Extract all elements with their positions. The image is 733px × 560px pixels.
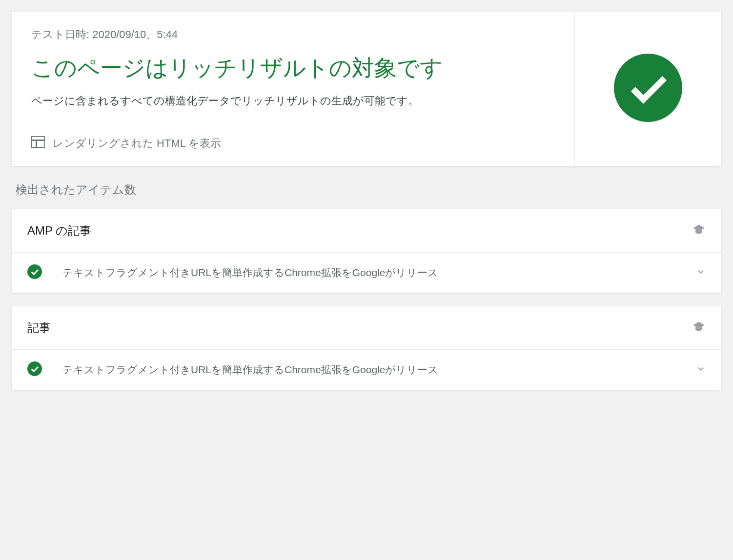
svg-point-4 — [27, 264, 42, 279]
item-header: 記事 — [12, 306, 721, 350]
item-row-text: テキストフラグメント付きURLを簡単作成するChrome拡張をGoogleがリリ… — [54, 266, 684, 280]
item-row[interactable]: テキストフラグメント付きURLを簡単作成するChrome拡張をGoogleがリリ… — [12, 350, 721, 390]
result-card: テスト日時: 2020/09/10、5:44 このページはリッチリザルトの対象で… — [12, 12, 721, 166]
view-rendered-html-link[interactable]: レンダリングされた HTML を表示 — [31, 136, 555, 151]
success-check-icon — [27, 264, 42, 281]
success-check-icon — [27, 361, 42, 378]
result-summary: テスト日時: 2020/09/10、5:44 このページはリッチリザルトの対象で… — [12, 12, 575, 166]
item-title: AMP の記事 — [27, 223, 91, 239]
result-description: ページに含まれるすべての構造化データでリッチリザルトの生成が可能です。 — [31, 93, 555, 109]
svg-point-5 — [27, 361, 42, 376]
detected-items-header: 検出されたアイテム数 — [12, 182, 721, 209]
graduation-cap-icon[interactable] — [692, 320, 706, 336]
item-row-text: テキストフラグメント付きURLを簡単作成するChrome拡張をGoogleがリリ… — [54, 363, 684, 377]
item-title: 記事 — [27, 320, 51, 336]
test-timestamp: テスト日時: 2020/09/10、5:44 — [31, 27, 555, 42]
detected-item-card: 記事 テキストフラグメント付きURLを簡単作成するChrome拡張をGoogle… — [12, 306, 721, 390]
browser-window-icon — [31, 136, 45, 151]
result-status-icon-area — [575, 12, 721, 166]
item-row[interactable]: テキストフラグメント付きURLを簡単作成するChrome拡張をGoogleがリリ… — [12, 253, 721, 293]
item-header: AMP の記事 — [12, 209, 721, 253]
svg-rect-0 — [31, 136, 45, 147]
detected-item-card: AMP の記事 テキストフラグメント付きURLを簡単作成するChrome拡張をG… — [12, 209, 721, 293]
success-check-icon — [614, 54, 682, 124]
view-rendered-html-label: レンダリングされた HTML を表示 — [53, 136, 221, 151]
graduation-cap-icon[interactable] — [692, 223, 706, 239]
svg-point-3 — [614, 54, 682, 122]
chevron-down-icon — [696, 267, 706, 279]
chevron-down-icon — [696, 364, 706, 376]
result-title: このページはリッチリザルトの対象です — [31, 54, 555, 83]
